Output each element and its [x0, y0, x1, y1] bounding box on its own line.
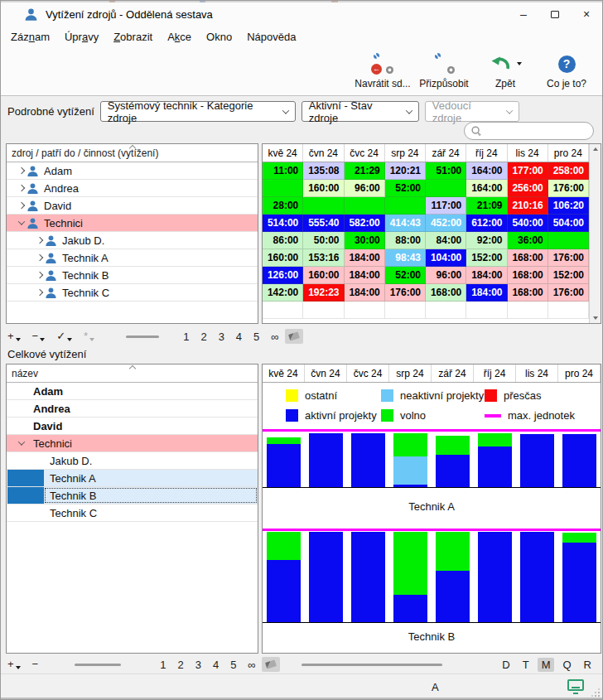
- month-header-srp-24[interactable]: srp 24: [389, 364, 432, 382]
- grid-cell[interactable]: [548, 232, 589, 249]
- grid-cell[interactable]: 52:00: [385, 267, 426, 284]
- page-2-button[interactable]: 2: [200, 331, 206, 343]
- menu-item-zaznam[interactable]: Záznam: [3, 27, 57, 46]
- grid-cell[interactable]: [345, 302, 385, 319]
- grid-cell[interactable]: 504:00: [548, 215, 589, 232]
- grid-cell[interactable]: 184:00: [345, 267, 385, 284]
- vertical-scrollbar[interactable]: [589, 144, 601, 323]
- month-header-pro-24[interactable]: pro 24: [558, 364, 601, 382]
- grid-cell[interactable]: 176:00: [548, 249, 589, 267]
- undo-dropdown-icon[interactable]: [517, 62, 522, 65]
- filter-eraser-button[interactable]: [262, 657, 280, 672]
- grid-cell[interactable]: 176:00: [548, 180, 589, 197]
- grid-cell[interactable]: 184:00: [345, 284, 385, 302]
- page-3-button[interactable]: 3: [219, 331, 224, 343]
- grid-cell[interactable]: 86:00: [263, 232, 303, 249]
- page-infinity-button[interactable]: ∞: [248, 659, 255, 671]
- expand-chevron-down-icon[interactable]: [17, 220, 27, 225]
- grid-cell[interactable]: 152:00: [548, 267, 589, 284]
- row-selector-box[interactable]: [7, 470, 44, 486]
- tree-row-technik-b[interactable]: Technik B: [7, 487, 258, 504]
- month-header-kve-24[interactable]: kvě 24: [263, 364, 305, 382]
- horizontal-scrollbar-thumb[interactable]: [302, 664, 442, 666]
- month-header-srp-24[interactable]: srp 24: [385, 144, 426, 162]
- period-r-button[interactable]: R: [580, 658, 596, 672]
- grid-cell[interactable]: 106:20: [548, 197, 589, 215]
- grid-cell[interactable]: 88:00: [385, 232, 426, 249]
- page-4-button[interactable]: 4: [236, 331, 242, 343]
- grid-cell[interactable]: 98:43: [385, 249, 426, 267]
- grid-cell[interactable]: 164:00: [466, 162, 507, 180]
- filter-eraser-button[interactable]: [285, 329, 303, 344]
- search-input[interactable]: [485, 125, 587, 137]
- grid-cell[interactable]: 160:00: [303, 180, 344, 197]
- grid-cell[interactable]: 126:00: [263, 267, 303, 284]
- grid-cell[interactable]: 135:08: [303, 162, 344, 180]
- grid-cell[interactable]: 414:43: [385, 215, 426, 232]
- expand-chevron-right-icon[interactable]: [17, 168, 27, 173]
- expand-chevron-right-icon[interactable]: [35, 238, 45, 243]
- grid-cell[interactable]: [426, 180, 466, 197]
- resource-manager-combobox[interactable]: Vedoucí zdroje: [425, 101, 519, 122]
- whats-this-button[interactable]: ? Co je to?: [538, 49, 596, 94]
- grid-cell[interactable]: 184:00: [466, 284, 507, 302]
- revert-shared-button[interactable]: ← Navrátit sd...: [354, 49, 412, 94]
- expand-plus-button[interactable]: +: [7, 659, 21, 669]
- page-2-button[interactable]: 2: [177, 659, 183, 671]
- horizontal-scrollbar-thumb[interactable]: [126, 336, 159, 338]
- expand-plus-button[interactable]: +: [7, 331, 21, 341]
- tree-row-technik-b[interactable]: Technik B: [7, 267, 258, 284]
- tree-row-adam[interactable]: Adam: [7, 383, 258, 400]
- tree-row-jakub-d[interactable]: Jakub D.: [7, 452, 258, 470]
- resource-state-combobox[interactable]: Aktivní - Stav zdroje: [302, 101, 419, 122]
- close-button[interactable]: ×: [571, 2, 602, 26]
- resource-category-combobox[interactable]: Systémový technik - Kategorie zdroje: [100, 101, 296, 122]
- tree-row-technik-c[interactable]: Technik C: [7, 284, 258, 302]
- grid-cell[interactable]: 36:00: [508, 232, 548, 249]
- tree-row-technik-a[interactable]: Technik A: [7, 470, 258, 487]
- horizontal-scrollbar-thumb[interactable]: [75, 664, 121, 666]
- grid-cell[interactable]: 176:00: [385, 284, 426, 302]
- star-filter-button[interactable]: *: [84, 331, 94, 341]
- row-selector-box[interactable]: [7, 487, 44, 504]
- grid-cell[interactable]: 11:00: [263, 162, 303, 180]
- grid-cell[interactable]: 514:00: [263, 215, 303, 232]
- tree-row-technici[interactable]: Technici: [7, 215, 258, 232]
- tree-row-technik-a[interactable]: Technik A: [7, 249, 258, 267]
- grid-cell[interactable]: 50:00: [303, 232, 344, 249]
- grid-cell[interactable]: 117:00: [426, 197, 466, 215]
- expand-chevron-right-icon[interactable]: [17, 203, 27, 208]
- undo-button[interactable]: Zpět: [476, 49, 534, 94]
- page-infinity-button[interactable]: ∞: [271, 331, 278, 343]
- grid-cell[interactable]: 256:00: [508, 180, 548, 197]
- page-3-button[interactable]: 3: [195, 659, 201, 671]
- menu-item-zobrazit[interactable]: Zobrazit: [106, 27, 160, 46]
- grid-cell[interactable]: 120:21: [385, 162, 426, 180]
- grid-cell[interactable]: 21:29: [345, 162, 385, 180]
- grid-cell[interactable]: 96:00: [345, 180, 385, 197]
- grid-cell[interactable]: [426, 302, 466, 319]
- grid-cell[interactable]: [303, 197, 344, 215]
- grid-cell[interactable]: [263, 302, 303, 319]
- grid-cell[interactable]: 168:00: [508, 267, 548, 284]
- period-d-button[interactable]: D: [498, 658, 514, 672]
- grid-cell[interactable]: 192:23: [303, 284, 344, 302]
- month-header-zar-24[interactable]: zář 24: [426, 144, 466, 162]
- expand-chevron-right-icon[interactable]: [35, 290, 45, 295]
- page-1-button[interactable]: 1: [160, 659, 166, 671]
- tree-row-david[interactable]: David: [7, 418, 258, 435]
- grid-cell[interactable]: 142:00: [263, 284, 303, 302]
- tree-row-adam[interactable]: Adam: [7, 162, 258, 180]
- grid-cell[interactable]: 28:00: [263, 197, 303, 215]
- grid-cell[interactable]: [508, 302, 548, 319]
- period-q-button[interactable]: Q: [558, 658, 575, 672]
- scroll-up-icon[interactable]: [593, 147, 598, 151]
- grid-cell[interactable]: [263, 180, 303, 197]
- tree-row-andrea[interactable]: Andrea: [7, 180, 258, 197]
- grid-cell[interactable]: 184:00: [345, 249, 385, 267]
- month-header-kve-24[interactable]: kvě 24: [263, 144, 303, 162]
- month-header-rij-24[interactable]: říj 24: [466, 144, 507, 162]
- tree-row-david[interactable]: David: [7, 197, 258, 215]
- month-header-zar-24[interactable]: zář 24: [432, 364, 474, 382]
- month-header-lis-24[interactable]: lis 24: [516, 364, 558, 382]
